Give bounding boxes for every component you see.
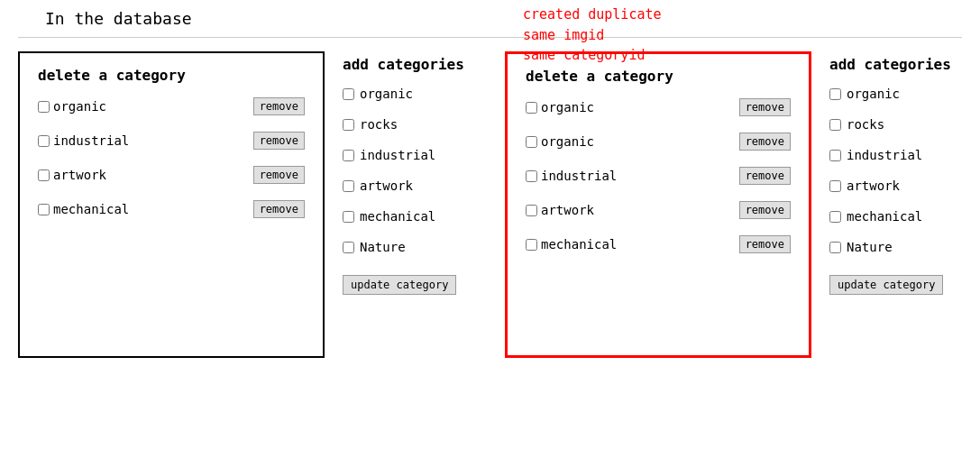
notification-line3: same categoryid (523, 45, 662, 66)
right-add-checkbox-4[interactable] (829, 211, 841, 223)
right-category-row: organic remove (526, 98, 791, 116)
left-remove-btn-3[interactable]: remove (253, 200, 305, 218)
right-add-item: artwork (829, 178, 974, 193)
right-category-row: organic remove (526, 133, 791, 151)
right-cat-left-3: artwork (526, 203, 594, 217)
right-remove-btn-3[interactable]: remove (739, 201, 791, 219)
right-cat-left-4: mechanical (526, 237, 617, 252)
right-remove-btn-4[interactable]: remove (739, 235, 791, 253)
page: created duplicate same imgid same catego… (0, 0, 980, 476)
left-cat-label-0: organic (53, 99, 106, 114)
right-cat-label-0: organic (541, 100, 594, 114)
left-add-checkbox-1[interactable] (343, 119, 354, 131)
page-title: In the database (18, 9, 962, 28)
right-add-checkbox-1[interactable] (829, 119, 841, 131)
right-cat-label-1: organic (541, 134, 594, 149)
right-cat-checkbox-3[interactable] (526, 205, 537, 216)
right-categories-list: organic remove organic remove industrial… (526, 98, 791, 253)
right-remove-btn-1[interactable]: remove (739, 133, 791, 151)
left-add-label-3: artwork (360, 178, 413, 193)
right-category-row: mechanical remove (526, 235, 791, 253)
right-add-checkbox-5[interactable] (829, 242, 841, 253)
right-category-row: industrial remove (526, 167, 791, 185)
left-remove-btn-2[interactable]: remove (253, 166, 305, 184)
notification-box: created duplicate same imgid same catego… (523, 5, 662, 66)
left-cat-label-1: industrial (53, 133, 129, 148)
left-add-label-1: rocks (360, 117, 398, 132)
right-remove-btn-0[interactable]: remove (739, 98, 791, 116)
right-add-checkbox-0[interactable] (829, 88, 841, 100)
right-category-row: artwork remove (526, 201, 791, 219)
left-cat-label-2: artwork (53, 168, 106, 182)
right-add-item: industrial (829, 148, 974, 162)
right-add-item: mechanical (829, 209, 974, 224)
main-layout: delete a category organic remove industr… (18, 51, 962, 358)
right-cat-left-0: organic (526, 100, 594, 114)
left-add-section: add categories organic rocks industrial … (343, 51, 487, 295)
left-add-item: rocks (343, 117, 487, 132)
right-add-label-0: organic (847, 87, 900, 101)
left-add-checkbox-0[interactable] (343, 88, 354, 100)
left-section-group: delete a category organic remove industr… (18, 51, 487, 358)
left-cat-checkbox-2[interactable] (38, 169, 50, 181)
divider (18, 37, 962, 38)
right-cat-label-2: industrial (541, 169, 617, 183)
right-cat-label-4: mechanical (541, 237, 617, 252)
left-add-checkbox-2[interactable] (343, 150, 354, 161)
left-delete-title: delete a category (38, 67, 305, 84)
left-add-item: industrial (343, 148, 487, 162)
left-add-checkbox-3[interactable] (343, 180, 354, 192)
right-cat-label-3: artwork (541, 203, 594, 217)
right-update-button[interactable]: update category (829, 275, 943, 295)
left-add-label-5: Nature (360, 240, 406, 254)
right-add-label-2: industrial (847, 148, 922, 162)
left-cat-left-0: organic (38, 99, 106, 114)
left-add-item: mechanical (343, 209, 487, 224)
left-cat-label-3: mechanical (53, 202, 129, 216)
left-cat-checkbox-3[interactable] (38, 204, 50, 215)
left-update-button[interactable]: update category (343, 275, 456, 295)
right-add-checkbox-3[interactable] (829, 180, 841, 192)
right-cat-checkbox-1[interactable] (526, 136, 537, 148)
left-add-checkbox-4[interactable] (343, 211, 354, 223)
right-cat-left-1: organic (526, 134, 594, 149)
right-add-items: organic rocks industrial artwork mechani… (829, 87, 974, 254)
left-category-row: organic remove (38, 97, 305, 115)
left-add-title: add categories (343, 56, 487, 73)
right-add-label-3: artwork (847, 178, 900, 193)
right-remove-btn-2[interactable]: remove (739, 167, 791, 185)
right-cat-checkbox-0[interactable] (526, 102, 537, 114)
left-cat-checkbox-0[interactable] (38, 101, 50, 113)
right-cat-checkbox-2[interactable] (526, 170, 537, 182)
left-cat-left-3: mechanical (38, 202, 129, 216)
left-cat-left-2: artwork (38, 168, 106, 182)
right-cat-left-2: industrial (526, 169, 617, 183)
left-cat-checkbox-1[interactable] (38, 135, 50, 147)
right-section-group: delete a category organic remove organic… (505, 51, 974, 358)
left-category-row: industrial remove (38, 132, 305, 150)
right-cat-checkbox-4[interactable] (526, 239, 537, 251)
left-add-items: organic rocks industrial artwork mechani… (343, 87, 487, 254)
left-add-item: Nature (343, 240, 487, 254)
left-category-row: mechanical remove (38, 200, 305, 218)
right-add-item: Nature (829, 240, 974, 254)
right-add-section: add categories organic rocks industrial … (829, 51, 974, 295)
right-add-label-1: rocks (847, 117, 884, 132)
notification-line2: same imgid (523, 25, 662, 46)
notification-line1: created duplicate (523, 5, 662, 25)
right-add-item: organic (829, 87, 974, 101)
left-add-label-0: organic (360, 87, 413, 101)
left-add-checkbox-5[interactable] (343, 242, 354, 253)
left-remove-btn-0[interactable]: remove (253, 97, 305, 115)
right-delete-box: delete a category organic remove organic… (505, 51, 811, 358)
left-categories-list: organic remove industrial remove artwork… (38, 97, 305, 218)
right-add-title: add categories (829, 56, 974, 73)
left-add-label-4: mechanical (360, 209, 435, 224)
right-add-checkbox-2[interactable] (829, 150, 841, 161)
left-remove-btn-1[interactable]: remove (253, 132, 305, 150)
left-category-row: artwork remove (38, 166, 305, 184)
left-add-item: organic (343, 87, 487, 101)
left-delete-box: delete a category organic remove industr… (18, 51, 325, 358)
left-add-label-2: industrial (360, 148, 435, 162)
right-add-label-4: mechanical (847, 209, 922, 224)
